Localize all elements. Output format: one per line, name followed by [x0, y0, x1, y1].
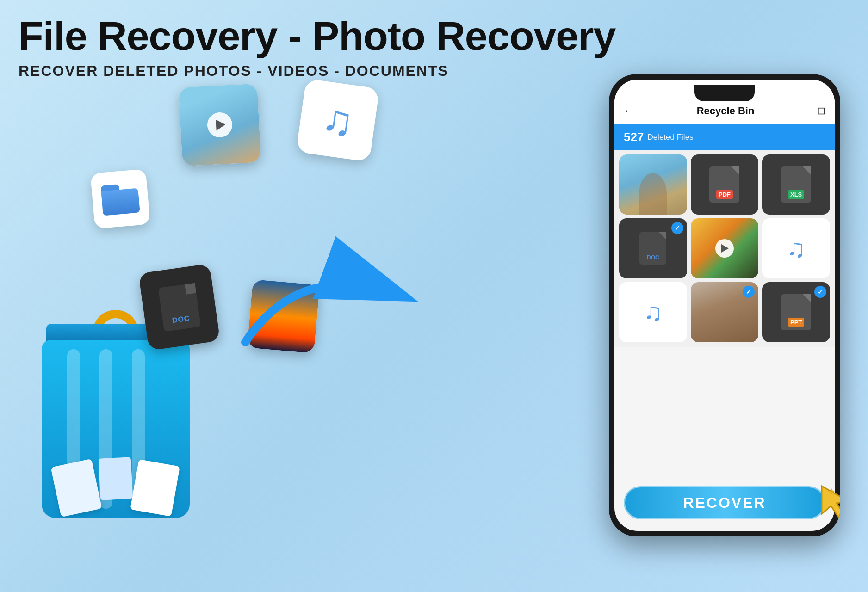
file-cell-doc[interactable]: DOC ✓ [619, 218, 687, 278]
doc-label-float: DOC [172, 314, 191, 325]
phone-mockup: ← Recycle Bin ⊟ 527 Deleted Files PDF [609, 74, 840, 536]
pdf-fold [731, 166, 739, 175]
file-cell-music-1[interactable]: ♫ [762, 218, 830, 278]
doc-fold-corner [185, 283, 196, 294]
file-cell-music-2[interactable]: ♫ [619, 282, 687, 342]
sub-title: RECOVER DELETED PHOTOS - VIDEOS - DOCUME… [19, 62, 615, 80]
xls-document-icon: XLS [781, 166, 811, 203]
doc-cell-icon: DOC [639, 232, 666, 265]
play-triangle-small [721, 244, 729, 253]
sparkle-icon: ✦ [828, 486, 836, 497]
app-screen-title: Recycle Bin [697, 105, 755, 117]
deleted-count: 527 [624, 130, 644, 144]
music-note-icon: ♫ [319, 94, 356, 146]
doc-check-badge: ✓ [671, 222, 683, 234]
file-cell-pdf[interactable]: PDF [691, 154, 759, 215]
floating-folder-icon [90, 169, 150, 229]
header-area: File Recovery - Photo Recovery RECOVER D… [19, 14, 615, 80]
deleted-label: Deleted Files [647, 133, 693, 142]
file-cell-photo-guy[interactable]: ✓ [691, 282, 759, 342]
folder-body [101, 188, 140, 216]
music-note-cell-2: ♫ [644, 297, 663, 327]
filter-icon[interactable]: ⊟ [817, 105, 825, 117]
play-button-small [715, 239, 734, 258]
pdf-document-icon: PDF [709, 166, 739, 203]
deleted-files-bar: 527 Deleted Files [614, 124, 835, 150]
trash-bin [42, 324, 190, 518]
music-note-cell-1: ♫ [787, 234, 806, 263]
ppt-check-badge: ✓ [814, 286, 826, 298]
file-cell-video-flower[interactable] [691, 218, 759, 278]
file-cell-ppt[interactable]: PPT ✓ [762, 282, 830, 342]
pdf-badge: PDF [716, 190, 733, 199]
trash-body [42, 340, 190, 518]
curved-arrow [208, 222, 440, 361]
xls-fold [803, 166, 811, 175]
flower-video-thumb [691, 218, 759, 278]
trash-illustration [28, 324, 204, 564]
xls-badge: XLS [788, 190, 804, 199]
file-cell-xls[interactable]: XLS [762, 154, 830, 215]
files-grid: PDF XLS DOC ✓ [614, 150, 835, 347]
ppt-document-icon: PPT [781, 294, 811, 330]
ppt-fold [803, 294, 811, 302]
main-title: File Recovery - Photo Recovery [19, 14, 615, 59]
phone-notch [694, 85, 755, 101]
recover-button-label: RECOVER [683, 494, 766, 512]
photo-girl-1 [619, 154, 687, 215]
file-cell-photo-1[interactable] [619, 154, 687, 215]
phone-screen: ← Recycle Bin ⊟ 527 Deleted Files PDF [614, 80, 835, 531]
doc-cell-fold [659, 232, 666, 240]
ppt-badge: PPT [788, 318, 804, 327]
folder-icon-inner [100, 182, 140, 216]
back-button[interactable]: ← [624, 105, 634, 117]
recover-button[interactable]: RECOVER [624, 486, 825, 519]
cursor-area: ✦ [817, 484, 840, 523]
doc-cell-label: DOC [647, 254, 659, 261]
doc-icon-shape: DOC [158, 283, 200, 331]
floating-video-icon [179, 84, 261, 166]
play-triangle-icon [216, 119, 225, 130]
recover-button-area[interactable]: RECOVER [624, 486, 825, 519]
floating-music-icon: ♫ [296, 79, 380, 162]
